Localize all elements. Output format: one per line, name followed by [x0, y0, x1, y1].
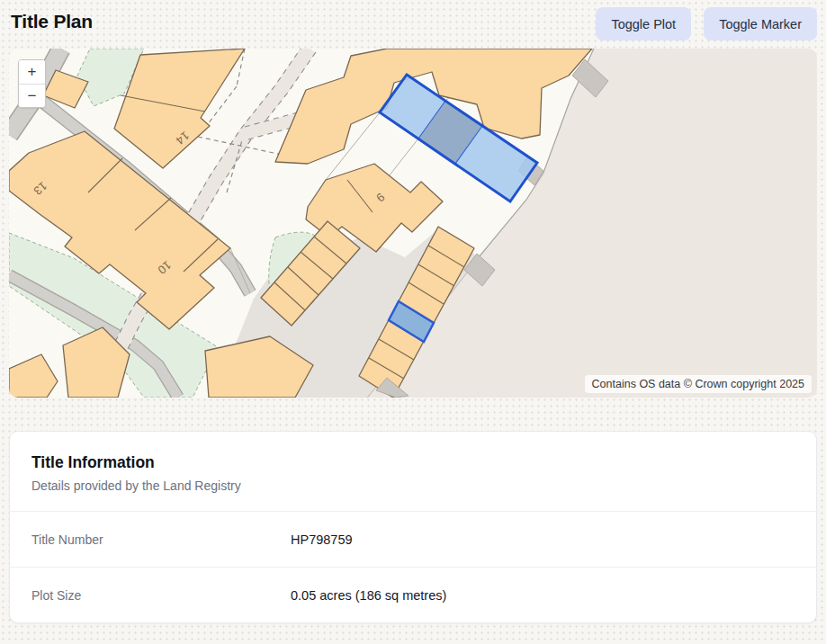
- table-row: Title Number HP798759: [10, 511, 816, 567]
- page-title: Title Plan: [11, 11, 93, 32]
- row-label-title-number: Title Number: [31, 532, 291, 547]
- zoom-in-button[interactable]: +: [19, 60, 45, 84]
- title-information-card: Title Information Details provided by th…: [9, 431, 817, 623]
- row-value-plot-size: 0.05 acres (186 sq metres): [291, 588, 446, 603]
- header-buttons: Toggle Plot Toggle Marker: [596, 7, 817, 40]
- title-plan-map[interactable]: 14 13 10 9 + − Contains OS data © Crown …: [9, 49, 817, 398]
- map-zoom-control: + −: [18, 59, 46, 108]
- plus-icon: +: [28, 63, 37, 80]
- card-header: Title Information Details provided by th…: [10, 432, 816, 511]
- card-title: Title Information: [31, 453, 795, 472]
- map-attribution: Contains OS data © Crown copyright 2025: [585, 375, 812, 393]
- zoom-out-button[interactable]: −: [19, 84, 45, 107]
- page-header: Title Plan Toggle Plot Toggle Marker: [0, 0, 826, 40]
- map-canvas: 14 13 10 9: [9, 49, 817, 398]
- table-row: Plot Size 0.05 acres (186 sq metres): [10, 567, 816, 622]
- row-label-plot-size: Plot Size: [31, 588, 291, 603]
- toggle-plot-button[interactable]: Toggle Plot: [596, 7, 691, 40]
- toggle-marker-button[interactable]: Toggle Marker: [704, 7, 817, 40]
- row-value-title-number: HP798759: [291, 532, 353, 547]
- minus-icon: −: [28, 87, 37, 104]
- card-subtitle: Details provided by the Land Registry: [31, 479, 795, 493]
